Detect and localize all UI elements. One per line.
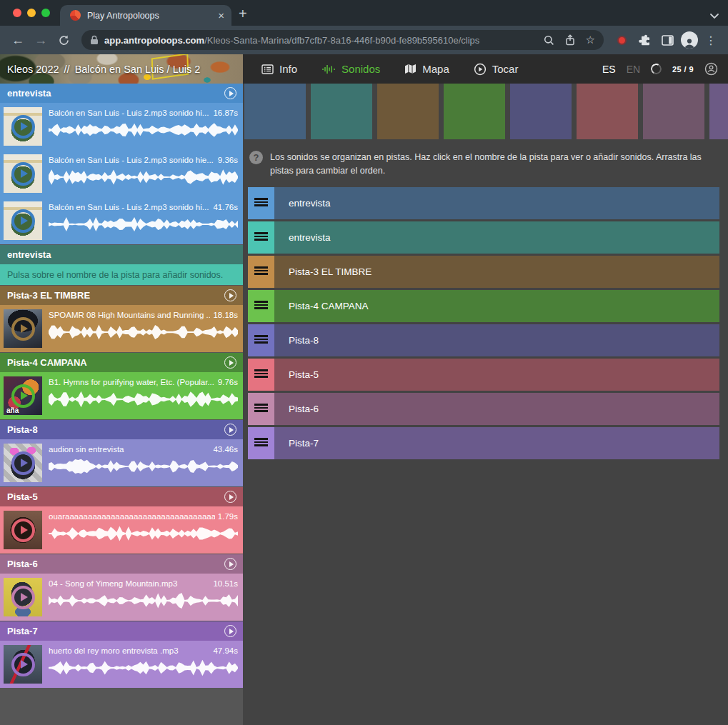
track-row[interactable]: Pista-4 CAMPANA — [248, 290, 719, 322]
track-play-icon[interactable] — [224, 87, 236, 99]
track-play-icon[interactable] — [224, 491, 236, 503]
clip-waveform[interactable] — [49, 390, 238, 409]
tab-search-chevron-icon[interactable] — [709, 13, 719, 19]
clip-waveform[interactable] — [49, 168, 238, 186]
track-row-label[interactable]: Pista-5 — [289, 369, 319, 380]
track-drag-handle[interactable] — [248, 393, 274, 425]
clip-waveform[interactable] — [49, 323, 238, 341]
loop-swatch[interactable] — [377, 84, 439, 139]
loop-swatch[interactable] — [643, 84, 704, 139]
track-row-body[interactable]: entrevista — [274, 221, 719, 254]
track-row-label[interactable]: entrevista — [289, 198, 331, 209]
track-play-icon[interactable] — [224, 625, 236, 637]
sidebar-track-header[interactable]: Pista-8 — [0, 420, 243, 439]
track-row[interactable]: Pista-3 EL TIMBRE — [248, 256, 719, 288]
browser-tab[interactable]: Play Antropoloops × — [60, 5, 231, 26]
loop-swatch[interactable] — [311, 84, 372, 139]
nav-tocar[interactable]: Tocar — [474, 63, 519, 76]
record-extension-icon[interactable] — [612, 36, 631, 45]
loop-swatch[interactable] — [510, 84, 572, 139]
back-button[interactable]: ← — [9, 33, 27, 48]
loop-swatch[interactable] — [709, 84, 728, 139]
sidebar-clip[interactable]: ouaraaaaaaaaaaaaaaaaaaaaaaaaaaaaaaaaaaa.… — [0, 506, 243, 554]
help-icon[interactable]: ? — [249, 151, 263, 164]
track-row[interactable]: entrevista — [248, 187, 719, 219]
sidebar-track-name[interactable]: Pista-5 — [7, 491, 224, 502]
clip-thumbnail-colorful-scene[interactable]: aña — [4, 376, 42, 415]
tab-close-icon[interactable]: × — [218, 10, 224, 21]
sidebar-track-header[interactable]: Pista-5 — [0, 487, 243, 506]
loop-swatch[interactable] — [444, 84, 505, 139]
track-play-icon[interactable] — [224, 356, 236, 369]
clip-play-overlay-icon[interactable] — [4, 107, 42, 146]
clip-thumbnail-balcony-plants[interactable] — [4, 107, 42, 146]
track-drag-handle[interactable] — [248, 324, 274, 356]
track-row-body[interactable]: Pista-3 EL TIMBRE — [274, 256, 719, 288]
track-drag-handle[interactable] — [248, 427, 274, 459]
clip-thumbnail-robot-pink-horns[interactable] — [4, 444, 42, 482]
url-text[interactable]: app.antropoloops.com/Kleos-Santa-Marina/… — [104, 35, 479, 46]
track-row-body[interactable]: Pista-6 — [274, 393, 719, 425]
track-row-label[interactable]: Pista-7 — [289, 438, 319, 449]
close-window-button[interactable] — [13, 9, 21, 17]
clip-waveform[interactable] — [49, 659, 238, 677]
sidebar-clip[interactable]: Balcón en San Luis - Luis 2.mp3 sonido h… — [0, 150, 243, 197]
sidebar-clip[interactable]: 04 - Song of Yimeng Mountain.mp310.51s — [0, 574, 243, 621]
sidebar-track-name[interactable]: Pista-8 — [7, 424, 224, 435]
side-panel-icon[interactable] — [658, 35, 677, 46]
track-row[interactable]: Pista-7 — [248, 427, 719, 459]
track-row-label[interactable]: Pista-6 — [289, 404, 319, 414]
track-drag-handle[interactable] — [248, 359, 274, 391]
sidebar-track-header[interactable]: entrevista — [0, 245, 243, 264]
loop-swatch[interactable] — [577, 84, 638, 139]
project-map-banner[interactable]: Kleos 2022 // Balcón en San Luis / Luis … — [0, 54, 243, 84]
sidebar-track-name[interactable]: entrevista — [7, 88, 224, 99]
clip-thumbnail-dark-face[interactable] — [4, 511, 42, 549]
sidebar-clip[interactable]: huerto del rey moro entrevista .mp347.94… — [0, 641, 243, 688]
sidebar-clip[interactable]: Balcón en San Luis - Luis 2.mp3 sonido h… — [0, 197, 243, 244]
sidebar-track-name[interactable]: entrevista — [7, 249, 236, 260]
nav-mapa[interactable]: Mapa — [404, 63, 449, 75]
new-tab-button[interactable]: + — [239, 6, 247, 22]
clip-waveform[interactable] — [49, 591, 238, 610]
sidebar-track-header[interactable]: Pista-6 — [0, 554, 243, 574]
bookmark-star-icon[interactable]: ☆ — [586, 34, 595, 46]
minimize-window-button[interactable] — [27, 9, 36, 17]
clip-play-overlay-icon[interactable] — [4, 154, 42, 193]
sidebar-clip[interactable]: SPOAMR 08 High Mountains and Running ...… — [0, 305, 243, 352]
track-row[interactable]: Pista-8 — [248, 324, 719, 356]
clip-play-overlay-icon[interactable] — [4, 645, 42, 684]
clip-play-overlay-icon[interactable] — [4, 309, 42, 348]
project-name[interactable]: Kleos 2022 — [7, 64, 59, 75]
track-row-label[interactable]: Pista-4 CAMPANA — [289, 301, 369, 311]
extensions-puzzle-icon[interactable] — [635, 34, 654, 46]
track-drag-handle[interactable] — [248, 221, 274, 254]
track-play-icon[interactable] — [224, 289, 236, 301]
address-bar[interactable]: app.antropoloops.com/Kleos-Santa-Marina/… — [81, 30, 604, 50]
sidebar-track-name[interactable]: Pista-3 EL TIMBRE — [7, 290, 224, 301]
clip-thumbnail-balcony-plants[interactable] — [4, 201, 42, 240]
track-row[interactable]: Pista-5 — [248, 359, 719, 391]
sidebar-track-header[interactable]: Pista-3 EL TIMBRE — [0, 286, 243, 305]
sidebar-clip[interactable]: añaB1. Hymns for purifying water, Etc. (… — [0, 372, 243, 419]
clip-waveform[interactable] — [49, 215, 238, 234]
sidebar-track-name[interactable]: Pista-7 — [7, 626, 224, 636]
zoom-page-icon[interactable] — [544, 35, 554, 46]
clip-thumbnail-anime-yellow[interactable] — [4, 578, 42, 616]
nav-sonidos[interactable]: Sonidos — [321, 63, 380, 75]
account-icon[interactable] — [704, 62, 718, 76]
clip-waveform[interactable] — [49, 457, 238, 476]
clip-play-overlay-icon[interactable] — [4, 578, 42, 616]
clip-waveform[interactable] — [49, 121, 238, 139]
browser-menu-icon[interactable]: ⋮ — [702, 34, 719, 47]
lang-en-button[interactable]: EN — [627, 64, 640, 75]
track-drag-handle[interactable] — [248, 256, 274, 288]
reload-button[interactable] — [54, 34, 73, 46]
forward-button[interactable]: → — [31, 33, 50, 48]
track-row-label[interactable]: Pista-8 — [289, 335, 319, 346]
track-row-body[interactable]: Pista-7 — [274, 427, 719, 459]
track-row-body[interactable]: Pista-8 — [274, 324, 719, 356]
sidebar-clip[interactable]: Balcón en San Luis - Luis 2.mp3 sonido h… — [0, 103, 243, 150]
track-row-body[interactable]: Pista-5 — [274, 359, 719, 391]
browser-profile-avatar[interactable] — [681, 31, 698, 49]
